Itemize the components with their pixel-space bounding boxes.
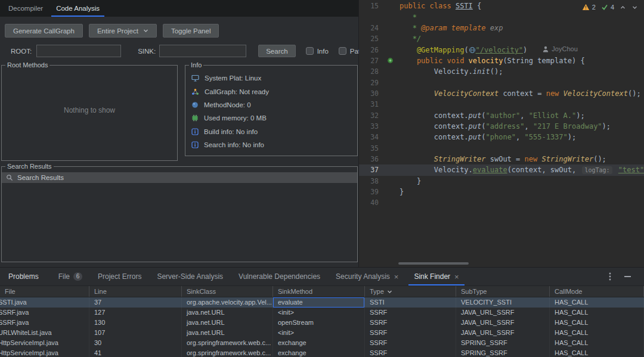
cell-file[interactable]: SSTI.java [0, 297, 89, 308]
cell-line[interactable]: 30 [89, 338, 182, 348]
column-header-subtype[interactable]: SubType [456, 286, 550, 297]
line-number[interactable]: 15 [359, 2, 384, 10]
cell-sinkclass[interactable]: java.net.URL [182, 308, 273, 318]
cell-sinkclass[interactable]: java.net.URL [182, 318, 273, 328]
code-line[interactable]: 35 [359, 142, 644, 153]
code-line[interactable]: 31 [359, 99, 644, 110]
cell-sinkclass[interactable]: org.springframework.web.c... [182, 348, 273, 357]
cell-type[interactable]: SSRF [365, 308, 456, 318]
cell-file[interactable]: SSRF.java [0, 318, 89, 328]
line-number[interactable]: 38 [359, 177, 384, 185]
cell-subtype[interactable]: SPRING_SSRF [456, 348, 550, 357]
line-number[interactable]: 27 [359, 57, 384, 65]
column-header-type[interactable]: Type [365, 286, 456, 297]
cell-sinkmethod[interactable]: exchange [273, 348, 365, 357]
table-row[interactable]: HttpServiceImpl.java30org.springframewor… [0, 338, 644, 348]
column-header-sinkmethod[interactable]: SinkMethod [273, 286, 365, 297]
line-number[interactable]: 37 [359, 166, 384, 174]
tab-file[interactable]: File6 [51, 268, 90, 285]
tab-project-errors[interactable]: Project Errors [90, 268, 149, 285]
line-number[interactable]: 35 [359, 144, 384, 153]
line-number[interactable]: 39 [359, 188, 384, 196]
cell-type[interactable]: SSTI [365, 297, 456, 308]
cell-subtype[interactable]: JAVA_URL_SSRF [456, 328, 550, 338]
cell-type[interactable]: SSRF [365, 318, 456, 328]
cell-subtype[interactable]: VELOCITY_SSTI [456, 297, 550, 308]
line-number[interactable]: 30 [359, 89, 384, 98]
scope-select[interactable]: Entire Project [89, 24, 157, 38]
cell-subtype[interactable]: JAVA_URL_SSRF [456, 308, 550, 318]
code-editor[interactable]: 15public class SSTI { *24 * @param templ… [359, 0, 644, 267]
cell-subtype[interactable]: JAVA_URL_SSRF [456, 318, 550, 328]
cell-line[interactable]: 127 [89, 308, 182, 318]
path-checkbox-box[interactable] [339, 47, 346, 55]
line-number[interactable]: 34 [359, 133, 384, 141]
code-line[interactable]: 32 context.put("author", "Elliot A."); [359, 110, 644, 120]
line-number[interactable]: 29 [359, 79, 384, 87]
table-row[interactable]: SSRF.java127java.net.URL<init>SSRFJAVA_U… [0, 308, 644, 318]
code-line[interactable]: * [359, 11, 644, 22]
code-line[interactable]: 38 } [359, 176, 644, 187]
horizontal-scrollbar-thumb[interactable] [398, 262, 469, 265]
code-author-inlay[interactable]: JoyChou [543, 45, 577, 52]
column-header-line[interactable]: Line [89, 286, 182, 297]
code-line[interactable]: 28 Velocity.init(); [359, 66, 644, 77]
toolwindow-title[interactable]: Problems [5, 272, 42, 281]
cell-line[interactable]: 41 [89, 348, 182, 357]
cell-file[interactable]: HttpServiceImpl.java [0, 338, 89, 348]
prev-issue-chevron-up-icon[interactable] [620, 4, 626, 11]
search-results-root-node[interactable]: Search Results [2, 172, 357, 183]
next-issue-chevron-down-icon[interactable] [631, 4, 638, 11]
tab-security-analysis[interactable]: Security Analysis× [328, 268, 406, 285]
table-row[interactable]: SSRF.java130java.net.URLopenStreamSSRFJA… [0, 318, 644, 328]
column-header-callmode[interactable]: CallMode [550, 286, 644, 297]
more-options-icon[interactable] [609, 272, 611, 281]
cell-sinkclass[interactable]: java.net.URL [182, 328, 273, 338]
code-line[interactable]: 27 public void velocity(String template)… [359, 55, 644, 66]
cell-line[interactable]: 37 [89, 297, 182, 308]
code-line[interactable]: 25 */ [359, 33, 644, 44]
line-number[interactable]: 24 [359, 24, 384, 32]
info-checkbox[interactable]: Info [306, 47, 329, 55]
cell-callmode[interactable]: HAS_CALL [550, 297, 644, 308]
line-number[interactable]: 40 [359, 198, 384, 207]
cell-line[interactable]: 130 [89, 318, 182, 328]
line-number[interactable]: 26 [359, 46, 384, 54]
code-line[interactable]: 24 * @param template exp [359, 23, 644, 33]
generate-callgraph-button[interactable]: Generate CallGraph [5, 24, 83, 38]
toggle-panel-button[interactable]: Toggle Panel [163, 24, 219, 38]
column-header-file[interactable]: File [0, 286, 89, 297]
inspections-widget[interactable]: 2 4 [578, 1, 642, 13]
cell-callmode[interactable]: HAS_CALL [550, 348, 644, 357]
search-button[interactable]: Search [258, 45, 295, 57]
cell-callmode[interactable]: HAS_CALL [550, 318, 644, 328]
cell-line[interactable]: 107 [89, 328, 182, 338]
line-number[interactable]: 33 [359, 122, 384, 131]
table-row[interactable]: URLWhiteList.java107java.net.URL<init>SS… [0, 328, 644, 338]
cell-callmode[interactable]: HAS_CALL [550, 308, 644, 318]
code-line[interactable]: 30 VelocityContext context = new Velocit… [359, 88, 644, 99]
warnings-indicator[interactable]: 2 [582, 4, 596, 11]
cell-type[interactable]: SSRF [365, 348, 456, 357]
close-icon[interactable]: × [454, 272, 459, 281]
code-line[interactable]: 39} [359, 187, 644, 197]
tab-sink-finder[interactable]: Sink Finder× [406, 268, 466, 285]
line-number[interactable]: 31 [359, 100, 384, 108]
cell-sinkclass[interactable]: org.springframework.web.c... [182, 338, 273, 348]
code-line[interactable]: 36 StringWriter swOut = new StringWriter… [359, 154, 644, 164]
cell-sinkmethod[interactable]: <init> [273, 308, 365, 318]
ok-indicator[interactable]: 4 [601, 4, 614, 11]
tab-vulnerable-dependencies[interactable]: Vulnerable Dependencies [231, 268, 328, 285]
code-line[interactable]: 33 context.put("address", "217 E Broadwa… [359, 121, 644, 132]
cell-sinkmethod[interactable]: <init> [273, 328, 365, 338]
cell-subtype[interactable]: SPRING_SSRF [456, 338, 550, 348]
line-number[interactable]: 25 [359, 35, 384, 43]
cell-sinkclass[interactable]: org.apache.velocity.app.Vel... [182, 297, 273, 308]
line-number[interactable]: 32 [359, 111, 384, 120]
line-number[interactable]: 28 [359, 67, 384, 76]
info-checkbox-box[interactable] [306, 47, 314, 55]
cell-callmode[interactable]: HAS_CALL [550, 328, 644, 338]
table-row[interactable]: SSTI.java37org.apache.velocity.app.Vel..… [0, 297, 644, 308]
minimize-icon[interactable] [624, 276, 631, 277]
sink-input[interactable] [159, 45, 246, 57]
